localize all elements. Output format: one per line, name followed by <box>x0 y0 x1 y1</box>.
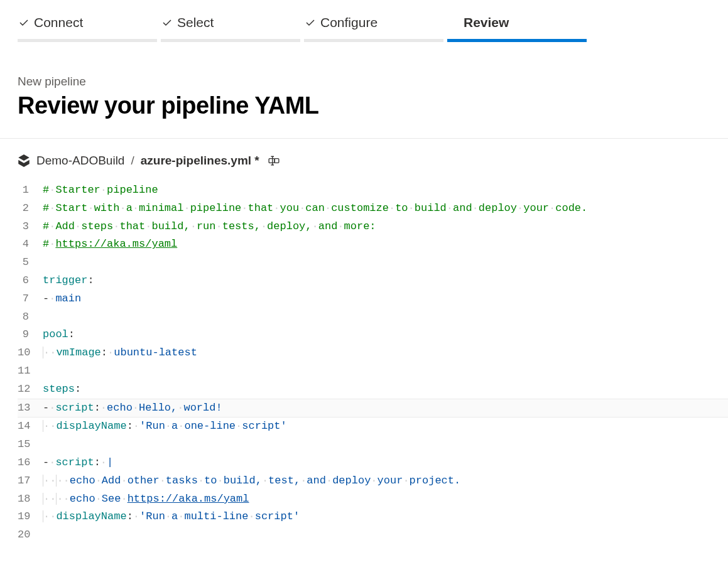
line-content[interactable]: pool: <box>43 326 728 344</box>
line-content[interactable]: -·main <box>43 290 728 308</box>
line-content[interactable]: #·Starter·pipeline <box>43 181 728 200</box>
path-separator: / <box>131 154 134 168</box>
svg-rect-1 <box>274 159 279 163</box>
line-number: 12 <box>18 380 43 399</box>
line-content[interactable]: ··displayName:·'Run·a·multi-line·script' <box>43 508 728 526</box>
line-number: 17 <box>18 472 43 490</box>
line-content[interactable]: ····echo·See·https://aka.ms/yaml <box>43 490 728 509</box>
line-content[interactable]: #·Add·steps·that·build,·run·tests,·deplo… <box>43 218 728 236</box>
line-number: 1 <box>18 181 43 200</box>
editor-line[interactable]: 17····echo·Add·other·tasks·to·build,·tes… <box>18 472 728 490</box>
editor-line[interactable]: 3#·Add·steps·that·build,·run·tests,·depl… <box>18 218 728 236</box>
line-number: 4 <box>18 235 43 254</box>
editor-line[interactable]: 6trigger: <box>18 272 728 290</box>
repo-name[interactable]: Demo-ADOBuild <box>36 154 124 168</box>
checkmark-icon <box>19 18 29 28</box>
breadcrumb: New pipeline <box>18 75 710 89</box>
wizard-step-label: Configure <box>320 15 378 30</box>
wizard-steps: ConnectSelectConfigureReview <box>0 0 728 42</box>
line-content[interactable]: -·script:·| <box>43 454 728 472</box>
line-number: 5 <box>18 254 43 272</box>
file-path: Demo-ADOBuild / azure-pipelines.yml * <box>0 139 728 181</box>
line-content[interactable]: #·https://aka.ms/yaml <box>43 235 728 254</box>
line-content[interactable] <box>43 526 728 544</box>
line-number: 6 <box>18 272 43 290</box>
editor-line[interactable]: 9pool: <box>18 326 728 344</box>
editor-line[interactable]: 11 <box>18 362 728 380</box>
wizard-step-select[interactable]: Select <box>161 13 300 42</box>
line-content[interactable]: trigger: <box>43 272 728 290</box>
line-content[interactable]: ··displayName:·'Run·a·one-line·script' <box>43 417 728 436</box>
repo-icon <box>18 154 30 167</box>
line-number: 14 <box>18 417 43 436</box>
editor-line[interactable]: 13-·script:·echo·Hello,·world! <box>18 399 728 418</box>
wizard-step-configure[interactable]: Configure <box>304 13 443 42</box>
file-name: azure-pipelines.yml * <box>141 154 259 168</box>
line-number: 15 <box>18 436 43 454</box>
checkmark-icon <box>162 18 172 28</box>
line-number: 8 <box>18 308 43 326</box>
editor-line[interactable]: 14··displayName:·'Run·a·one-line·script' <box>18 417 728 436</box>
line-content[interactable]: #·Start·with·a·minimal·pipeline·that·you… <box>43 200 728 218</box>
svg-rect-0 <box>269 159 274 163</box>
line-content[interactable] <box>43 436 728 454</box>
editor-line[interactable]: 4#·https://aka.ms/yaml <box>18 235 728 254</box>
editor-line[interactable]: 7-·main <box>18 290 728 308</box>
header-section: New pipeline Review your pipeline YAML <box>0 42 728 139</box>
checkmark-icon <box>305 18 315 28</box>
wizard-step-label: Review <box>464 15 509 30</box>
line-number: 19 <box>18 508 43 526</box>
editor-line[interactable]: 15 <box>18 436 728 454</box>
line-number: 16 <box>18 454 43 472</box>
line-content[interactable] <box>43 362 728 380</box>
line-content[interactable]: -·script:·echo·Hello,·world! <box>43 399 728 417</box>
editor-line[interactable]: 20 <box>18 526 728 544</box>
line-number: 9 <box>18 326 43 344</box>
editor-line[interactable]: 12steps: <box>18 380 728 399</box>
editor-line[interactable]: 8 <box>18 308 728 326</box>
editor-line[interactable]: 1#·Starter·pipeline <box>18 181 728 200</box>
line-number: 13 <box>18 399 43 417</box>
wizard-step-label: Connect <box>34 15 83 30</box>
line-content[interactable]: ··vmImage:·ubuntu-latest <box>43 344 728 362</box>
line-number: 11 <box>18 362 43 380</box>
line-content[interactable]: steps: <box>43 380 728 399</box>
line-number: 2 <box>18 200 43 218</box>
line-number: 20 <box>18 526 43 544</box>
line-number: 10 <box>18 344 43 362</box>
code-editor[interactable]: 1#·Starter·pipeline2#·Start·with·a·minim… <box>0 181 728 544</box>
rename-icon[interactable] <box>268 155 280 166</box>
editor-line[interactable]: 5 <box>18 254 728 272</box>
line-number: 3 <box>18 218 43 236</box>
wizard-step-review[interactable]: Review <box>447 13 587 42</box>
editor-line[interactable]: 18····echo·See·https://aka.ms/yaml <box>18 490 728 509</box>
line-number: 7 <box>18 290 43 308</box>
editor-line[interactable]: 16-·script:·| <box>18 454 728 472</box>
editor-line[interactable]: 19··displayName:·'Run·a·multi-line·scrip… <box>18 508 728 526</box>
wizard-step-label: Select <box>177 15 214 30</box>
line-content[interactable] <box>43 308 728 326</box>
editor-line[interactable]: 2#·Start·with·a·minimal·pipeline·that·yo… <box>18 200 728 218</box>
line-content[interactable] <box>43 254 728 272</box>
wizard-step-connect[interactable]: Connect <box>18 13 157 42</box>
editor-line[interactable]: 10··vmImage:·ubuntu-latest <box>18 344 728 362</box>
line-content[interactable]: ····echo·Add·other·tasks·to·build,·test,… <box>43 472 728 490</box>
line-number: 18 <box>18 490 43 509</box>
page-title: Review your pipeline YAML <box>18 92 710 119</box>
